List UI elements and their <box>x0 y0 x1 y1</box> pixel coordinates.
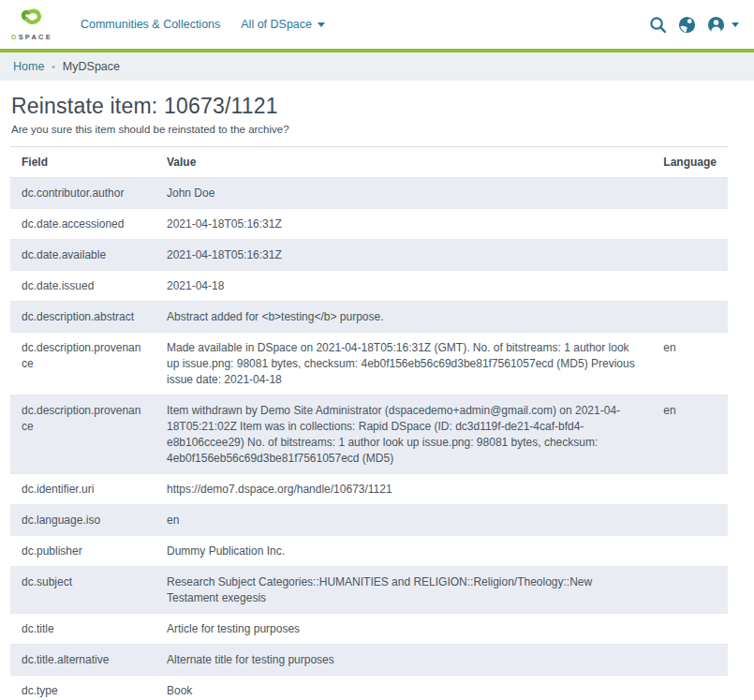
language-cell: en <box>652 395 728 474</box>
table-row: dc.subjectResearch Subject Categories::H… <box>10 567 728 614</box>
table-row: dc.description.abstractAbstract added fo… <box>10 302 728 333</box>
main-content: Reinstate item: 10673/1121 Are you sure … <box>0 94 754 700</box>
table-row: dc.identifier.urihttps://demo7.dspace.or… <box>10 474 728 505</box>
table-row: dc.description.provenanceMade available … <box>10 333 728 395</box>
dspace-logo[interactable]: DSPACE <box>11 7 52 41</box>
column-header-field: Field <box>10 147 155 178</box>
language-cell <box>652 536 728 567</box>
breadcrumb: Home • MyDSpace <box>0 52 754 81</box>
top-header: DSPACE Communities & Collections All of … <box>0 0 754 49</box>
field-cell: dc.description.provenance <box>10 333 155 395</box>
value-cell: https://demo7.dspace.org/handle/10673/11… <box>155 474 652 505</box>
field-cell: dc.identifier.uri <box>10 474 155 505</box>
nav-all-of-dspace-label: All of DSpace <box>241 18 312 31</box>
dspace-logo-icon <box>19 7 44 32</box>
value-cell: Item withdrawn by Demo Site Administrato… <box>155 395 652 474</box>
value-cell: Alternate title for testing purposes <box>155 645 652 676</box>
breadcrumb-home[interactable]: Home <box>13 60 44 73</box>
value-cell: Article for testing purposes <box>155 614 652 645</box>
value-cell: 2021-04-18T05:16:31Z <box>155 209 652 240</box>
metadata-table-body: dc.contributor.authorJohn Doedc.date.acc… <box>10 178 728 700</box>
language-cell <box>652 676 728 700</box>
value-cell: en <box>155 505 652 536</box>
language-cell <box>652 474 728 505</box>
table-row: dc.titleArticle for testing purposes <box>10 614 728 645</box>
table-row: dc.contributor.authorJohn Doe <box>10 178 728 209</box>
field-cell: dc.language.iso <box>10 505 155 536</box>
table-row: dc.date.accessioned2021-04-18T05:16:31Z <box>10 209 728 240</box>
language-cell <box>652 240 728 271</box>
field-cell: dc.contributor.author <box>10 178 155 209</box>
table-row: dc.date.available2021-04-18T05:16:31Z <box>10 240 728 271</box>
value-cell: Research Subject Categories::HUMANITIES … <box>155 567 652 614</box>
language-cell <box>652 645 728 676</box>
nav-communities-collections[interactable]: Communities & Collections <box>81 18 220 31</box>
field-cell: dc.title.alternative <box>10 645 155 676</box>
language-cell <box>652 302 728 333</box>
table-row: dc.publisherDummy Publication Inc. <box>10 536 728 567</box>
language-cell <box>652 178 728 209</box>
breadcrumb-current: MyDSpace <box>63 60 120 73</box>
page-title: Reinstate item: 10673/1121 <box>11 94 728 119</box>
language-cell <box>652 271 728 302</box>
value-cell: Dummy Publication Inc. <box>155 536 652 567</box>
value-cell: Made available in DSpace on 2021-04-18T0… <box>155 333 652 395</box>
table-row: dc.date.issued2021-04-18 <box>10 271 728 302</box>
dspace-wordmark: DSPACE <box>11 33 52 41</box>
value-cell: 2021-04-18 <box>155 271 652 302</box>
chevron-down-icon <box>732 22 739 27</box>
field-cell: dc.publisher <box>10 536 155 567</box>
header-left: DSPACE Communities & Collections All of … <box>11 7 325 41</box>
chevron-down-icon <box>318 22 325 27</box>
value-cell: 2021-04-18T05:16:31Z <box>155 240 652 271</box>
table-row: dc.language.isoen <box>10 505 728 536</box>
value-cell: Book <box>155 676 652 700</box>
field-cell: dc.subject <box>10 567 155 614</box>
column-header-language: Language <box>652 147 728 178</box>
language-globe-icon[interactable] <box>677 15 697 35</box>
main-nav: Communities & Collections All of DSpace <box>81 18 325 31</box>
nav-all-of-dspace[interactable]: All of DSpace <box>241 18 325 31</box>
language-cell <box>652 505 728 536</box>
field-cell: dc.date.issued <box>10 271 155 302</box>
language-cell: en <box>652 333 728 395</box>
metadata-table: Field Value Language dc.contributor.auth… <box>10 146 728 700</box>
field-cell: dc.description.provenance <box>10 395 155 474</box>
breadcrumb-separator: • <box>52 62 55 72</box>
column-header-value: Value <box>155 147 652 178</box>
field-cell: dc.date.accessioned <box>10 209 155 240</box>
value-cell: Abstract added for <b>testing</b> purpos… <box>155 302 652 333</box>
language-cell <box>652 567 728 614</box>
value-cell: John Doe <box>155 178 652 209</box>
table-row: dc.typeBook <box>10 676 728 700</box>
field-cell: dc.description.abstract <box>10 302 155 333</box>
language-cell <box>652 614 728 645</box>
field-cell: dc.date.available <box>10 240 155 271</box>
field-cell: dc.title <box>10 614 155 645</box>
metadata-table-head: Field Value Language <box>10 147 728 178</box>
table-row: dc.title.alternativeAlternate title for … <box>10 645 728 676</box>
table-row: dc.description.provenanceItem withdrawn … <box>10 395 728 474</box>
header-actions <box>648 15 739 35</box>
language-cell <box>652 209 728 240</box>
field-cell: dc.type <box>10 676 155 700</box>
confirmation-question: Are you sure this item should be reinsta… <box>11 124 728 135</box>
user-menu-icon[interactable] <box>706 15 739 35</box>
search-icon[interactable] <box>648 15 668 35</box>
